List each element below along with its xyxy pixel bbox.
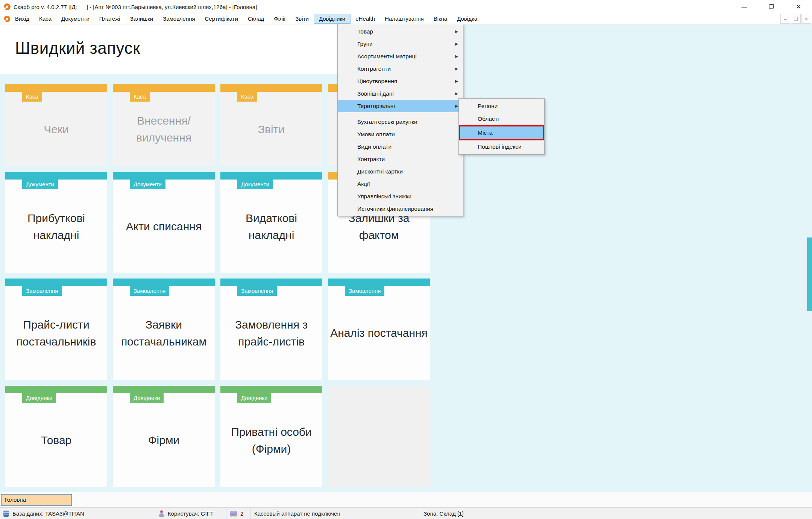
tile-zaiavky-postachalnykam[interactable]: Замовлення Заявки постачальникам [113, 279, 215, 380]
submenu-arrow-icon: ▶ [455, 100, 458, 112]
status-database: База даних: TASA3@TITAN [0, 508, 155, 519]
menu-sertyfikaty[interactable]: Сертифікати [200, 14, 243, 24]
menu-item-kontrakty[interactable]: Контракти [338, 153, 463, 165]
mdi-app-logo-icon [4, 16, 10, 22]
tile-label: Аналіз постачання [328, 286, 430, 380]
menu-item-zovnishni-dani[interactable]: Зовнішні дані▶ [338, 87, 463, 100]
menu-item-istochniki-finansirovaniya[interactable]: Источники финансирования [338, 202, 463, 215]
menu-item-terytorialni[interactable]: Територіальні▶ [338, 100, 463, 112]
tab-holovna[interactable]: Головна [1, 494, 72, 506]
tile-prais-lysty-postachalnykiv[interactable]: Замовлення Прайс-листи постачальників [5, 279, 107, 380]
app-logo-icon [4, 3, 11, 10]
menu-kasa[interactable]: Каса [34, 14, 56, 24]
submenu-arrow-icon: ▶ [455, 50, 458, 62]
menu-separator [357, 114, 462, 114]
submenu-item-mista[interactable]: Міста [459, 125, 544, 140]
tile-label: Прайс-листи постачальників [5, 286, 107, 380]
tile-vnesennia-vyluchennia[interactable]: Каса Внесення/вилучення [113, 84, 215, 166]
tile-akty-spysannia[interactable]: Документи Акти списання [113, 172, 215, 273]
menu-vyhid[interactable]: Вихід [10, 14, 34, 24]
submenu-arrow-icon: ▶ [455, 75, 458, 87]
tile-bar [220, 279, 322, 286]
tile-prybutkovi-nakladni[interactable]: Документи Прибуткові накладні [5, 172, 107, 273]
menu-item-bukhhalterski-rakhunky[interactable]: Бухгалтерські рахунки [338, 116, 463, 128]
tile-bar [5, 172, 107, 180]
tile-tovar[interactable]: Довідники Товар [5, 386, 107, 487]
tile-bar [113, 172, 215, 180]
menu-item-hrupy[interactable]: Групи▶ [338, 38, 463, 50]
tile-zvity[interactable]: Каса Звіти [220, 84, 322, 166]
submenu-arrow-icon: ▶ [455, 38, 458, 50]
menu-zalyshky[interactable]: Залишки [125, 14, 158, 24]
minimize-button[interactable]: — [731, 0, 758, 14]
menu-dovidka[interactable]: Довідка [452, 14, 482, 24]
tile-pryvatni-osoby[interactable]: Довідники Приватні особи (Фірми) [220, 386, 322, 487]
mdi-restore-button[interactable]: ❐ [791, 14, 801, 24]
menu-item-dyskontni-kartky[interactable]: Дисконтні картки [338, 165, 463, 178]
menu-item-vydy-oplaty[interactable]: Види оплати [338, 140, 463, 153]
mdi-window-controls: – ❐ ✕ [780, 14, 811, 24]
mdi-close-button[interactable]: ✕ [801, 14, 811, 24]
menu-item-kontrahenty[interactable]: Контрагенти▶ [338, 62, 463, 75]
menu-item-upravlinski-znyzhky[interactable]: Управлінські знижки [338, 190, 463, 202]
menu-dokumenty[interactable]: Документи [56, 14, 94, 24]
close-button[interactable]: ✕ [785, 0, 812, 14]
menu-item-tsinoutvorennia[interactable]: Ціноутворення▶ [338, 75, 463, 87]
menu-item-tovar[interactable]: Товар▶ [338, 25, 463, 38]
user-icon [159, 510, 164, 517]
tile-bar [5, 386, 107, 393]
tab-row: Головна [0, 492, 812, 507]
menu-dovidnyky[interactable]: Довідники [314, 14, 351, 24]
tile-label: Видаткові накладні [220, 180, 322, 273]
tile-bar [220, 172, 322, 180]
status-zone: Зона: Склад [1] [420, 508, 812, 519]
tile-bar [220, 386, 322, 393]
tile-label: Заявки постачальникам [113, 286, 215, 380]
status-register-count: 2 [226, 508, 251, 519]
tile-firmy[interactable]: Довідники Фірми [113, 386, 215, 487]
submenu-arrow-icon: ▶ [455, 25, 458, 38]
restore-button[interactable]: ❐ [758, 0, 785, 14]
scrollbar-thumb[interactable] [807, 237, 812, 311]
tile-label: Внесення/вилучення [113, 92, 215, 166]
tile-label: Товар [5, 393, 107, 487]
tile-bar [328, 279, 430, 286]
tile-bar [113, 386, 215, 393]
cash-register-icon [230, 511, 237, 516]
menu-item-asortymentni-matrytsi[interactable]: Асортиментні матриці▶ [338, 50, 463, 62]
menu-bar: Вихід Каса Документи Платежі Залишки Зам… [0, 14, 812, 24]
tile-bar [5, 279, 107, 286]
menu-ehealth[interactable]: eHealth [351, 14, 380, 24]
window-controls: — ❐ ✕ [731, 0, 812, 14]
menu-vikna[interactable]: Вікна [429, 14, 452, 24]
menu-zvity[interactable]: Звіти [290, 14, 314, 24]
tile-analiz-postachannia[interactable]: Замовлення Аналіз постачання [328, 279, 430, 380]
page-title: Швидкий запуск [0, 24, 338, 58]
tile-bar [220, 84, 322, 92]
tile-label: Чеки [5, 92, 107, 166]
status-user: Користувач: GIFT [155, 508, 226, 519]
mdi-minimize-button[interactable]: – [780, 14, 790, 24]
tile-zamovlennia-z-prais-lystiv[interactable]: Замовлення Замовлення з прайс-листів [220, 279, 322, 380]
menu-nalashtuvannia[interactable]: Налаштування [380, 14, 429, 24]
submenu-item-oblasti[interactable]: Області [459, 113, 544, 125]
submenu-item-rehiony[interactable]: Регіони [459, 100, 544, 113]
tile-cheky[interactable]: Каса Чеки [5, 84, 107, 166]
submenu-item-poshtovi-indeksy[interactable]: Поштові індекси [459, 140, 544, 153]
tile-empty [328, 386, 430, 487]
menu-zamovlennia[interactable]: Замовлення [158, 14, 200, 24]
tile-vydatkovi-nakladni[interactable]: Документи Видаткові накладні [220, 172, 322, 273]
status-register-state: Кассовый аппарат не подключен [251, 508, 420, 519]
tile-label: Звіти [220, 92, 322, 166]
menu-item-umovy-oplaty[interactable]: Умови оплати [338, 128, 463, 140]
menu-platezhi[interactable]: Платежі [94, 14, 125, 24]
menu-filii[interactable]: Філії [269, 14, 290, 24]
dovidnyky-dropdown-menu: Товар▶ Групи▶ Асортиментні матриці▶ Конт… [337, 24, 463, 216]
tile-label: Прибуткові накладні [5, 180, 107, 273]
tile-bar [5, 84, 107, 92]
submenu-arrow-icon: ▶ [455, 62, 458, 75]
tile-label: Фірми [113, 393, 215, 487]
menu-sklad[interactable]: Склад [243, 14, 269, 24]
tile-label: Акти списання [113, 180, 215, 273]
menu-item-aktsii[interactable]: Акції [338, 178, 463, 190]
